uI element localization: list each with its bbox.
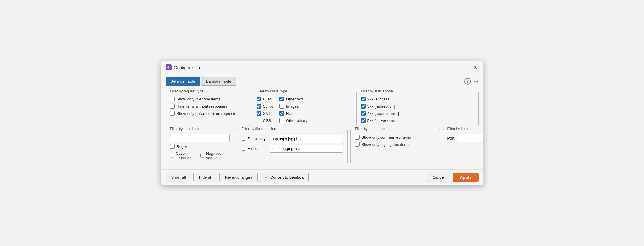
mime-checkbox-script[interactable]: [257, 104, 261, 109]
mode-bar: Settings mode Bambda mode ? ⚙: [161, 74, 483, 89]
status-checkbox-5xx[interactable]: [361, 118, 366, 123]
annotation-highlighted-checkbox[interactable]: [355, 142, 360, 147]
configure-filter-dialog: ⚡ Configure filter ✕ Settings mode Bambd…: [161, 61, 483, 185]
help-icon: ?: [464, 78, 471, 85]
annotation-commented-row[interactable]: Show only commented items: [355, 135, 435, 140]
status-item-3xx[interactable]: 3xx [redirection]: [361, 104, 474, 109]
extension-hide-input[interactable]: [270, 145, 343, 153]
status-label-2xx: 2xx [success]: [367, 97, 391, 101]
mime-item-xml[interactable]: XML: [257, 111, 274, 116]
mode-buttons: Settings mode Bambda mode: [166, 77, 237, 86]
port-label: Port: [447, 136, 455, 140]
mime-item-otherbinary[interactable]: Other binary: [279, 118, 308, 123]
dialog-title: Configure filter: [174, 65, 203, 70]
mime-item-script[interactable]: Script: [257, 104, 274, 109]
settings-mode-button[interactable]: Settings mode: [166, 77, 200, 86]
mime-item-html[interactable]: HTML: [257, 97, 274, 101]
mime-label-flash: Flash: [286, 111, 296, 116]
mime-label-images: Images: [286, 104, 299, 109]
revert-changes-button[interactable]: Revert changes: [219, 173, 258, 182]
filter-listener-panel: Filter by listener Port: [443, 129, 483, 163]
filter-mime-title: Filter by MIME type: [255, 89, 288, 93]
request-item-2[interactable]: Show only parameterized requests: [170, 111, 245, 116]
convert-to-bambda-button[interactable]: ⇄ Convert to Bambda: [260, 173, 309, 182]
search-term-input[interactable]: [170, 134, 230, 142]
footer: Show all Hide all Revert changes ⇄ Conve…: [161, 169, 483, 185]
extension-show-label: Show only:: [248, 137, 267, 141]
annotation-highlighted-label: Show only highlighted items: [362, 142, 410, 147]
mime-item-css[interactable]: CSS: [257, 118, 274, 123]
extension-show-checkbox[interactable]: [242, 137, 245, 141]
mime-label-othertext: Other text: [286, 97, 303, 101]
settings-icon-button[interactable]: ⚙: [473, 78, 479, 85]
request-item-0[interactable]: Show only in-scope items: [170, 97, 245, 101]
convert-icon: ⇄: [265, 175, 268, 180]
mime-label-css: CSS: [263, 118, 271, 123]
filter-request-content: Show only in-scope items Hide items with…: [170, 97, 245, 116]
extension-show-row: Show only:: [242, 135, 343, 143]
status-item-4xx[interactable]: 4xx [request error]: [361, 111, 474, 116]
negative-search-label: Negative search: [206, 151, 230, 160]
negative-search-checkbox[interactable]: [200, 153, 204, 158]
request-label-0: Show only in-scope items: [177, 97, 220, 101]
request-label-1: Hide items without responses: [177, 104, 227, 109]
mime-label-script: Script: [263, 104, 273, 109]
extension-hide-checkbox[interactable]: [242, 147, 245, 151]
case-sensitive-label: Case sensitive: [176, 151, 197, 160]
mime-label-html: HTML: [263, 97, 274, 101]
mime-checkbox-othertext[interactable]: [279, 97, 284, 101]
port-input[interactable]: [457, 134, 483, 142]
footer-right: Cancel Apply: [427, 173, 478, 182]
status-item-5xx[interactable]: 5xx [server error]: [361, 118, 474, 123]
mime-checkbox-otherbinary[interactable]: [279, 118, 284, 123]
mime-checkbox-css[interactable]: [257, 118, 261, 123]
status-checkbox-2xx[interactable]: [361, 97, 366, 101]
case-sensitive-checkbox[interactable]: [170, 153, 174, 158]
port-row: Port: [447, 134, 483, 142]
search-case-row[interactable]: Case sensitive: [170, 151, 197, 160]
mime-col2: Other text Images Flash Other binar: [279, 97, 308, 123]
mime-checkbox-html[interactable]: [257, 97, 261, 101]
cancel-button[interactable]: Cancel: [427, 173, 450, 182]
title-bar: ⚡ Configure filter ✕: [161, 61, 483, 74]
filter-annotation-panel: Filter by annotation Show only commented…: [350, 129, 440, 163]
show-all-button[interactable]: Show all: [166, 173, 191, 182]
request-checkbox-1[interactable]: [170, 104, 175, 109]
apply-button[interactable]: Apply: [453, 173, 479, 182]
close-button[interactable]: ✕: [472, 64, 479, 71]
filter-status-panel: Filter by status code 2xx [success] 3xx …: [356, 92, 479, 126]
regex-checkbox[interactable]: [170, 144, 175, 149]
status-checkbox-3xx[interactable]: [361, 104, 366, 109]
annotation-highlighted-row[interactable]: Show only highlighted items: [355, 142, 435, 147]
hide-all-button[interactable]: Hide all: [193, 173, 217, 182]
filter-search-panel: Filter by search term Regex Case sensiti…: [166, 129, 234, 163]
status-col: 2xx [success] 3xx [redirection] 4xx [req…: [361, 97, 474, 123]
request-item-1[interactable]: Hide items without responses: [170, 104, 245, 109]
footer-left: Show all Hide all Revert changes: [166, 173, 258, 182]
mime-checkbox-images[interactable]: [279, 104, 284, 109]
status-checkbox-4xx[interactable]: [361, 111, 366, 116]
status-item-2xx[interactable]: 2xx [success]: [361, 97, 474, 101]
filter-extension-title: Filter by file extension: [240, 127, 277, 131]
search-regex-row[interactable]: Regex: [170, 144, 230, 149]
request-checkbox-2[interactable]: [170, 111, 175, 116]
help-icon-button[interactable]: ?: [464, 78, 471, 85]
mime-checkbox-flash[interactable]: [279, 111, 284, 116]
status-label-4xx: 4xx [request error]: [367, 111, 399, 116]
mime-item-flash[interactable]: Flash: [279, 111, 308, 116]
extension-show-input[interactable]: [270, 135, 343, 143]
regex-label: Regex: [177, 144, 188, 149]
filter-request-title: Filter by request type: [169, 89, 205, 93]
mime-checkbox-xml[interactable]: [257, 111, 261, 116]
app-icon: ⚡: [166, 64, 172, 70]
bambda-mode-button[interactable]: Bambda mode: [201, 77, 237, 86]
mime-col1: HTML Script XML CSS: [257, 97, 274, 123]
mime-item-images[interactable]: Images: [279, 104, 308, 109]
mime-columns: HTML Script XML CSS: [257, 97, 349, 123]
request-checkbox-0[interactable]: [170, 97, 175, 101]
annotation-commented-checkbox[interactable]: [355, 135, 360, 140]
filter-request-panel: Filter by request type Show only in-scop…: [166, 92, 249, 126]
filter-listener-title: Filter by listener: [446, 127, 474, 131]
search-negative-row[interactable]: Negative search: [200, 151, 230, 160]
mime-item-othertext[interactable]: Other text: [279, 97, 308, 101]
